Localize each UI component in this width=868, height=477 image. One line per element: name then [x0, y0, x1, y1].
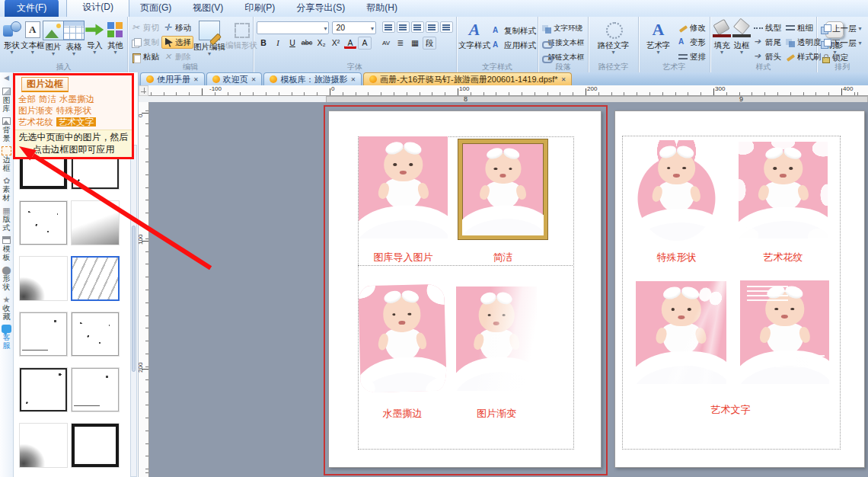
photo-gradient[interactable]: [456, 287, 537, 391]
menu-item-7[interactable]: 帮助(H): [356, 0, 408, 17]
bold-button[interactable]: B: [257, 37, 270, 50]
arrow-tail-button[interactable]: 箭尾: [752, 36, 783, 49]
font-family-select[interactable]: [257, 21, 329, 34]
insert-picture-button[interactable]: 图片: [43, 18, 63, 64]
insert-import-button[interactable]: 导入: [85, 18, 105, 64]
strikethrough-button[interactable]: abc: [300, 37, 314, 50]
text-wrap-button[interactable]: 文字环绕: [540, 22, 586, 35]
move-button[interactable]: 移动: [161, 21, 193, 34]
send-backward-button[interactable]: 下一层: [819, 37, 866, 50]
italic-button[interactable]: I: [271, 37, 285, 50]
photo-apple[interactable]: [633, 140, 720, 241]
border-thumbnail[interactable]: [71, 200, 120, 245]
border-thumbnail[interactable]: [19, 312, 68, 357]
superscript-button[interactable]: X²: [329, 37, 343, 50]
document-tab[interactable]: 欢迎页✕: [206, 72, 263, 85]
border-filter-艺术花纹[interactable]: 艺术花纹: [18, 117, 53, 126]
menu-item-4[interactable]: 视图(V): [182, 0, 234, 17]
sidebar-item-版式[interactable]: ▦版式: [2, 206, 11, 232]
border-thumbnail[interactable]: [19, 423, 68, 468]
album-page-8[interactable]: 图库导入图片简洁水墨撕边图片渐变: [328, 110, 602, 468]
close-icon[interactable]: ✕: [561, 76, 566, 83]
photo-frame[interactable]: [458, 139, 547, 239]
insert-textbox-button[interactable]: 文本框: [22, 18, 43, 64]
insert-other-button[interactable]: 其他: [105, 18, 126, 64]
sidebar-item-模板[interactable]: 模板: [2, 235, 11, 261]
line-type-button[interactable]: 线型: [752, 21, 783, 34]
thumbnail-scrollbar[interactable]: [130, 145, 137, 477]
border-thumbnail[interactable]: [19, 200, 68, 245]
menu-item-3[interactable]: 页面(G): [129, 0, 182, 17]
sidebar-item-形状[interactable]: ⬤形状: [2, 265, 11, 291]
align-center-button[interactable]: [397, 21, 410, 33]
fill-button[interactable]: 填充: [712, 18, 732, 64]
border-thumbnail[interactable]: [71, 423, 120, 468]
menu-item-6[interactable]: 分享导出(S): [286, 0, 356, 17]
photo-plain[interactable]: [359, 136, 448, 238]
menu-item-2[interactable]: 设计(D): [66, 0, 129, 17]
text-style-button[interactable]: A 文字样式: [458, 18, 490, 64]
document-tab[interactable]: 模板库：旅游摄影✕: [263, 72, 362, 85]
collapse-panel-icon[interactable]: ◀: [4, 74, 9, 83]
sidebar-item-客服[interactable]: 客服: [2, 325, 11, 350]
character-border-button[interactable]: A: [358, 37, 372, 50]
align-justify-button[interactable]: [426, 21, 439, 33]
copy-style-button[interactable]: 复制样式: [490, 24, 538, 37]
align-left-button[interactable]: [382, 21, 395, 33]
wordart-transform-button[interactable]: 变形: [676, 36, 708, 49]
border-filter-水墨撕边[interactable]: 水墨撕边: [59, 94, 94, 104]
photo-arttext2[interactable]: [740, 280, 829, 384]
close-icon[interactable]: ✕: [251, 76, 257, 83]
photo-arttext1[interactable]: [636, 281, 726, 384]
border-thumbnail[interactable]: [71, 367, 120, 412]
close-icon[interactable]: ✕: [350, 76, 356, 83]
sidebar-item-边框[interactable]: 边框: [2, 146, 11, 172]
paragraph-mark-button[interactable]: 段: [423, 37, 436, 50]
photo-brush[interactable]: [358, 284, 447, 393]
edit-shape-button[interactable]: 编辑形状: [225, 18, 257, 64]
sidebar-item-收藏[interactable]: ★收藏: [2, 295, 11, 321]
menu-item-1[interactable]: 文件(F): [5, 0, 59, 17]
path-text-button[interactable]: 路径文字: [590, 18, 637, 64]
font-size-select[interactable]: 20: [332, 21, 376, 34]
picture-edit-button[interactable]: 图片编辑: [193, 18, 225, 64]
document-tab[interactable]: 画册-大16开骑马钉-旅游画册200601-1419.dpsf*✕: [363, 72, 572, 85]
insert-shape-button[interactable]: 形状: [2, 18, 22, 64]
line-spacing-button[interactable]: ≣: [394, 37, 407, 50]
border-filter-全部[interactable]: 全部: [18, 94, 36, 104]
sidebar-item-背景[interactable]: 背景: [2, 117, 11, 142]
photo-floral[interactable]: [739, 142, 828, 238]
border-filter-艺术文字[interactable]: 艺术文字: [56, 117, 96, 126]
char-spacing-button[interactable]: AV: [379, 37, 393, 50]
sidebar-item-素材[interactable]: ✿素材: [2, 176, 11, 202]
link-textbox-button[interactable]: 链接文本框: [540, 37, 586, 50]
border-button[interactable]: 边框: [732, 18, 752, 64]
align-distribute-button[interactable]: [440, 21, 453, 33]
underline-button[interactable]: U: [286, 37, 299, 50]
cut-button[interactable]: 剪切: [129, 21, 161, 34]
sidebar-item-图库[interactable]: 图库: [2, 87, 11, 113]
wordart-modify-button[interactable]: 修改: [676, 21, 708, 34]
border-thumbnail[interactable]: [19, 256, 68, 301]
design-canvas[interactable]: 图库导入图片简洁水墨撕边图片渐变特殊形状艺术花纹艺术文字: [149, 102, 868, 477]
border-filter-图片渐变[interactable]: 图片渐变: [18, 106, 53, 115]
insert-table-button[interactable]: 表格: [64, 18, 85, 64]
subscript-button[interactable]: X₂: [314, 37, 328, 50]
scrollbar-thumb[interactable]: [132, 226, 136, 372]
menu-item-5[interactable]: 印刷(P): [234, 0, 286, 17]
apply-style-button[interactable]: 应用样式: [490, 39, 538, 52]
album-page-9[interactable]: 特殊形状艺术花纹艺术文字: [614, 110, 865, 468]
close-icon[interactable]: ✕: [193, 76, 199, 83]
border-filter-特殊形状[interactable]: 特殊形状: [56, 106, 91, 115]
border-thumbnail[interactable]: [71, 312, 120, 357]
select-button[interactable]: 选择: [161, 36, 193, 49]
border-filter-简洁[interactable]: 简洁: [39, 94, 56, 104]
text-grid-button[interactable]: ▦: [408, 37, 422, 50]
wordart-button[interactable]: A 艺术字: [640, 18, 676, 64]
border-thumbnail[interactable]: [71, 256, 120, 301]
align-right-button[interactable]: [411, 21, 424, 33]
border-thumbnail[interactable]: [19, 367, 68, 412]
document-tab[interactable]: 使用手册✕: [140, 72, 205, 85]
copy-button[interactable]: 复制: [129, 36, 161, 49]
font-color-button[interactable]: A: [343, 37, 357, 50]
